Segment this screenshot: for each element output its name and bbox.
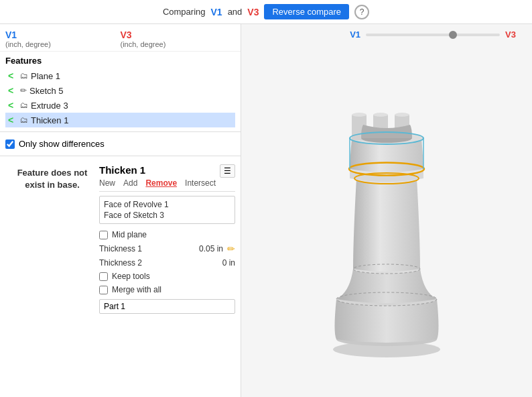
list-view-button[interactable]: ☰ bbox=[220, 164, 235, 178]
v1-label-top: V1 bbox=[211, 7, 222, 17]
tab-remove[interactable]: Remove bbox=[145, 178, 177, 189]
icon-thicken1: 🗂 bbox=[20, 115, 28, 125]
name-sketch5: Sketch 5 bbox=[29, 86, 64, 96]
tab-new[interactable]: New bbox=[99, 178, 115, 189]
arrow-thicken1: < bbox=[8, 115, 16, 125]
top-bar: Comparing V1 and V3 Reverse compare ? bbox=[0, 0, 532, 24]
slider-v1-label: V1 bbox=[350, 30, 360, 40]
arrow-sketch5: < bbox=[8, 85, 16, 96]
arrow-extrude3: < bbox=[8, 100, 16, 111]
details-left: Feature does not exist in base. bbox=[5, 164, 99, 314]
slider-thumb[interactable] bbox=[449, 31, 457, 39]
svg-point-11 bbox=[373, 113, 388, 117]
version-headers: V1 (inch, degree) V3 (inch, degree) bbox=[0, 24, 241, 52]
v3-sub: (inch, degree) bbox=[121, 40, 236, 48]
thickness1-label: Thickness 1 bbox=[99, 244, 186, 253]
right-panel: V1 V3 bbox=[241, 24, 532, 397]
name-plane1: Plane 1 bbox=[31, 71, 60, 81]
face-item-revolve1: Face of Revolve 1 bbox=[104, 199, 230, 210]
v3-name: V3 bbox=[121, 30, 236, 40]
svg-point-9 bbox=[352, 113, 367, 117]
divider2 bbox=[0, 156, 241, 156]
tab-add[interactable]: Add bbox=[123, 178, 137, 189]
mid-plane-checkbox[interactable] bbox=[99, 231, 108, 239]
keep-tools-label: Keep tools bbox=[112, 272, 235, 281]
thickness2-label: Thickness 2 bbox=[99, 258, 198, 268]
features-section: Features < 🗂 Plane 1 < ✏ Sketch 5 < 🗂 Ex… bbox=[0, 52, 241, 127]
part-label: Part 1 bbox=[104, 302, 125, 311]
feature-row-extrude3[interactable]: < 🗂 Extrude 3 bbox=[5, 98, 235, 113]
v3-col: V3 (inch, degree) bbox=[121, 30, 236, 48]
icon-plane1: 🗂 bbox=[20, 71, 28, 80]
version-slider: V1 V3 bbox=[241, 30, 532, 40]
slider-v3-label: V3 bbox=[505, 30, 516, 40]
mid-plane-label: Mid plane bbox=[112, 230, 235, 239]
merge-all-checkbox[interactable] bbox=[99, 286, 108, 294]
details-section: Feature does not exist in base. Thicken … bbox=[0, 160, 241, 318]
and-label: and bbox=[228, 7, 243, 17]
part-box: Part 1 bbox=[99, 299, 235, 314]
thickness1-value: 0.05 in bbox=[190, 244, 223, 253]
svg-point-13 bbox=[395, 113, 409, 117]
main-layout: V1 (inch, degree) V3 (inch, degree) Feat… bbox=[0, 24, 532, 397]
v1-name: V1 bbox=[5, 30, 121, 40]
merge-all-label: Merge with all bbox=[112, 285, 235, 294]
chess-3d-view bbox=[293, 44, 480, 366]
face-item-sketch3: Face of Sketch 3 bbox=[104, 210, 230, 221]
show-differences-checkbox[interactable] bbox=[5, 139, 15, 149]
tab-row: New Add Remove Intersect bbox=[99, 178, 235, 192]
edit-thickness1-icon[interactable]: ✏ bbox=[227, 243, 235, 254]
name-thicken1: Thicken 1 bbox=[31, 115, 68, 125]
feature-not-exist-text: Feature does not exist in base. bbox=[5, 164, 99, 194]
feature-row-plane1[interactable]: < 🗂 Plane 1 bbox=[5, 68, 235, 83]
name-extrude3: Extrude 3 bbox=[31, 101, 68, 111]
v1-col: V1 (inch, degree) bbox=[5, 30, 121, 48]
details-right: Thicken 1 ☰ New Add Remove Intersect Fac… bbox=[99, 164, 235, 314]
features-title: Features bbox=[5, 56, 235, 66]
merge-all-row: Merge with all bbox=[99, 283, 235, 296]
divider1 bbox=[0, 131, 241, 132]
arrow-plane1: < bbox=[8, 70, 16, 81]
thicken-title: Thicken 1 bbox=[99, 164, 145, 176]
left-panel: V1 (inch, degree) V3 (inch, degree) Feat… bbox=[0, 24, 241, 397]
keep-tools-checkbox[interactable] bbox=[99, 272, 108, 281]
thickness1-row: Thickness 1 0.05 in ✏ bbox=[99, 241, 235, 256]
show-differences-label: Only show differences bbox=[19, 139, 105, 149]
v1-sub: (inch, degree) bbox=[5, 40, 121, 48]
icon-sketch5: ✏ bbox=[20, 86, 27, 95]
help-button[interactable]: ? bbox=[354, 5, 369, 19]
face-list: Face of Revolve 1 Face of Sketch 3 bbox=[99, 196, 235, 224]
mid-plane-row: Mid plane bbox=[99, 228, 235, 241]
feature-row-sketch5[interactable]: < ✏ Sketch 5 bbox=[5, 83, 235, 98]
thickness2-row: Thickness 2 0 in bbox=[99, 256, 235, 270]
comparing-label: Comparing bbox=[163, 7, 206, 17]
v3-label-top: V3 bbox=[247, 7, 259, 17]
keep-tools-row: Keep tools bbox=[99, 270, 235, 283]
checkbox-row: Only show differences bbox=[0, 136, 241, 152]
tab-intersect[interactable]: Intersect bbox=[185, 178, 216, 189]
feature-row-thicken1[interactable]: < 🗂 Thicken 1 bbox=[5, 113, 235, 127]
reverse-compare-button[interactable]: Reverse compare bbox=[264, 4, 349, 19]
icon-extrude3: 🗂 bbox=[20, 101, 28, 110]
slider-track[interactable] bbox=[366, 34, 500, 36]
thickness2-value: 0 in bbox=[202, 258, 235, 268]
